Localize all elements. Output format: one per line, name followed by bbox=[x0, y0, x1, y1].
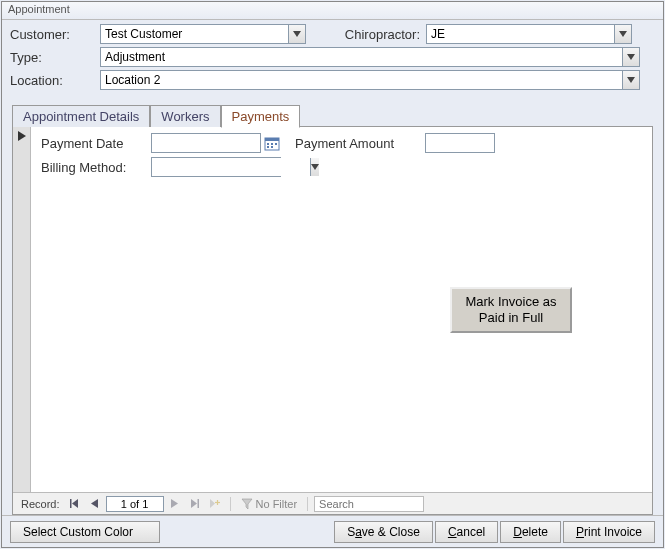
payment-amount-input[interactable] bbox=[425, 133, 495, 153]
nav-first-button[interactable] bbox=[66, 496, 84, 512]
calendar-icon[interactable] bbox=[263, 134, 281, 152]
svg-rect-2 bbox=[267, 143, 269, 145]
nav-next-button[interactable] bbox=[166, 496, 184, 512]
window-title: Appointment bbox=[2, 2, 663, 20]
print-invoice-button[interactable]: Print Invoice bbox=[563, 521, 655, 543]
nav-last-button[interactable] bbox=[186, 496, 204, 512]
mark-invoice-paid-button[interactable]: Mark Invoice as Paid in Full bbox=[450, 287, 572, 333]
billing-method-label: Billing Method: bbox=[41, 160, 151, 175]
select-custom-color-button[interactable]: Select Custom Color bbox=[10, 521, 160, 543]
billing-method-combo[interactable] bbox=[151, 157, 281, 177]
record-navigation-bar: Record: No Filter bbox=[13, 492, 652, 514]
record-selector[interactable] bbox=[13, 127, 31, 492]
payments-tab-body: Payment Date Payment Amoun bbox=[12, 127, 653, 515]
chiropractor-input[interactable] bbox=[427, 25, 614, 43]
chevron-down-icon[interactable] bbox=[288, 25, 305, 43]
payment-date-label: Payment Date bbox=[41, 136, 151, 151]
nav-new-button[interactable] bbox=[206, 496, 224, 512]
type-label: Type: bbox=[10, 50, 100, 65]
record-label: Record: bbox=[17, 498, 64, 510]
filter-status-text: No Filter bbox=[256, 498, 298, 510]
svg-rect-7 bbox=[70, 499, 72, 508]
save-close-button[interactable]: Save & Close bbox=[334, 521, 433, 543]
svg-rect-1 bbox=[265, 138, 279, 141]
chevron-down-icon[interactable] bbox=[622, 71, 639, 89]
tabstrip: Appointment Details Workers Payments bbox=[2, 105, 663, 127]
location-combo[interactable] bbox=[100, 70, 640, 90]
nav-prev-button[interactable] bbox=[86, 496, 104, 512]
tab-payments[interactable]: Payments bbox=[221, 105, 301, 128]
customer-input[interactable] bbox=[101, 25, 288, 43]
chiropractor-label: Chiropractor: bbox=[306, 27, 426, 42]
footer-bar: Select Custom Color Save & Close Cancel … bbox=[2, 515, 663, 547]
record-position-input[interactable] bbox=[106, 496, 164, 512]
payment-date-input[interactable] bbox=[151, 133, 261, 153]
svg-rect-3 bbox=[271, 143, 273, 145]
chevron-down-icon[interactable] bbox=[622, 48, 639, 66]
chevron-down-icon[interactable] bbox=[310, 158, 319, 176]
chiropractor-combo[interactable] bbox=[426, 24, 632, 44]
customer-combo[interactable] bbox=[100, 24, 306, 44]
billing-method-input[interactable] bbox=[152, 158, 310, 176]
funnel-icon bbox=[241, 498, 253, 510]
tab-workers[interactable]: Workers bbox=[150, 105, 220, 127]
delete-button[interactable]: Delete bbox=[500, 521, 561, 543]
header-form: Customer: Chiropractor: Type: bbox=[2, 20, 663, 99]
type-combo[interactable] bbox=[100, 47, 640, 67]
payments-subform: Payment Date Payment Amoun bbox=[13, 127, 652, 492]
svg-rect-8 bbox=[198, 499, 200, 508]
svg-rect-4 bbox=[275, 143, 277, 145]
tab-appointment-details[interactable]: Appointment Details bbox=[12, 105, 150, 127]
chevron-down-icon[interactable] bbox=[614, 25, 631, 43]
type-input[interactable] bbox=[101, 48, 622, 66]
search-input[interactable] bbox=[314, 496, 424, 512]
filter-status[interactable]: No Filter bbox=[237, 498, 302, 510]
appointment-window: Appointment Customer: Chiropractor: Type… bbox=[1, 1, 664, 548]
svg-rect-5 bbox=[267, 146, 269, 148]
customer-label: Customer: bbox=[10, 27, 100, 42]
svg-rect-6 bbox=[271, 146, 273, 148]
location-label: Location: bbox=[10, 73, 100, 88]
payment-amount-label: Payment Amount bbox=[295, 136, 425, 151]
location-input[interactable] bbox=[101, 71, 622, 89]
payments-fields: Payment Date Payment Amoun bbox=[31, 127, 652, 492]
cancel-button[interactable]: Cancel bbox=[435, 521, 498, 543]
